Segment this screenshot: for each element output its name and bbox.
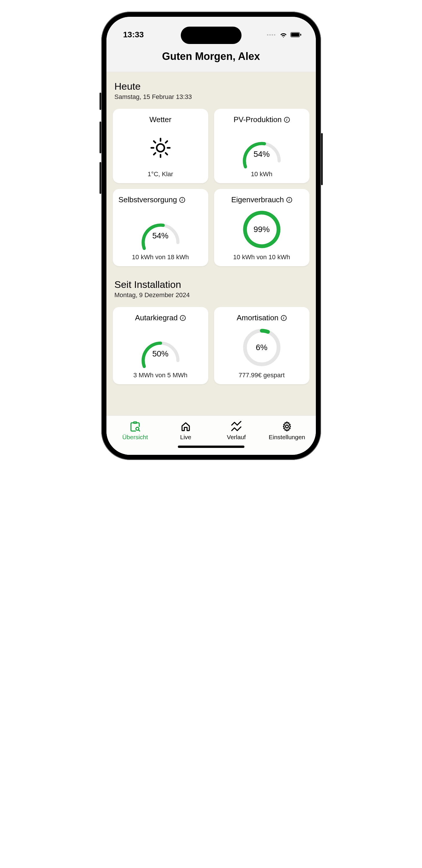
card-title: Amortisation: [237, 313, 279, 322]
svg-point-3: [157, 144, 164, 152]
since-grid: Autarkiegrad i 50%: [113, 307, 310, 384]
card-self-consumption[interactable]: Eigenverbrauch i 99%: [214, 189, 310, 266]
dynamic-island: [181, 27, 241, 44]
tab-bar: Übersicht Live Verlauf Ei: [106, 415, 316, 455]
card-foot: 777.99€ gespart: [239, 372, 285, 379]
section-today: Heute Samstag, 15 Februar 13:33 Wetter: [113, 81, 310, 266]
card-autarky[interactable]: Autarkiegrad i 50%: [113, 307, 208, 384]
svg-point-16: [286, 425, 288, 428]
stacked-line-icon: [231, 421, 242, 432]
card-foot: 10 kWh von 10 kWh: [233, 253, 290, 261]
card-head: Selbstversorgung i: [116, 195, 205, 204]
gauge-label: 6%: [240, 343, 284, 352]
side-button-vol-down: [99, 162, 101, 194]
card-title: PV-Produktion: [233, 115, 282, 124]
card-head: Autarkiegrad i: [116, 313, 205, 322]
side-button-silence: [99, 93, 101, 110]
side-button-vol-up: [99, 122, 101, 153]
tab-label: Live: [180, 434, 192, 441]
tab-label: Übersicht: [122, 434, 148, 441]
card-head: Amortisation i: [218, 313, 306, 322]
svg-rect-1: [291, 33, 299, 37]
card-title: Eigenverbrauch: [231, 195, 284, 204]
gauge-label: 54%: [240, 150, 284, 159]
home-icon: [180, 421, 191, 432]
sun-icon: [149, 136, 172, 159]
tab-label: Verlauf: [227, 434, 246, 441]
gauge-label: 54%: [139, 231, 182, 241]
home-indicator[interactable]: [178, 445, 245, 448]
card-head: Eigenverbrauch i: [218, 195, 306, 204]
tab-live[interactable]: Live: [161, 421, 211, 441]
card-foot: 1°C, Klar: [148, 170, 173, 178]
gauge-pv: 54%: [240, 133, 284, 162]
phone-frame: 13:33 Guten Morgen, Alex Heute: [101, 11, 321, 460]
today-grid: Wetter: [113, 109, 310, 266]
gauge-label: 99%: [240, 225, 284, 234]
info-icon[interactable]: i: [180, 315, 186, 321]
gauge-self-consume: 99%: [240, 208, 284, 251]
header: Guten Morgen, Alex: [106, 46, 316, 72]
wifi-icon: [280, 31, 288, 39]
card-body: 50%: [139, 326, 182, 369]
info-icon[interactable]: i: [179, 197, 185, 203]
tab-overview[interactable]: Übersicht: [110, 421, 161, 441]
card-self-supply[interactable]: Selbstversorgung i 54%: [113, 189, 208, 266]
card-weather[interactable]: Wetter: [113, 109, 208, 183]
gauge-label: 50%: [139, 349, 182, 359]
info-icon[interactable]: i: [286, 197, 292, 203]
card-title: Wetter: [149, 115, 171, 124]
svg-line-15: [138, 430, 140, 431]
svg-line-9: [165, 153, 167, 155]
phone-screen: 13:33 Guten Morgen, Alex Heute: [106, 17, 316, 455]
card-body: 54%: [139, 208, 182, 251]
cellular-icon: [267, 34, 275, 36]
gauge-self-supply: 54%: [139, 215, 182, 244]
gauge-amort: 6%: [240, 326, 284, 369]
section-title-since: Seit Installation: [113, 279, 310, 290]
card-body: 6%: [240, 326, 284, 369]
card-body: 54%: [240, 128, 284, 168]
gear-icon: [282, 421, 292, 432]
card-pv-production[interactable]: PV-Produktion i 54%: [214, 109, 310, 183]
card-body: 99%: [240, 208, 284, 251]
card-head: PV-Produktion i: [218, 115, 306, 124]
status-right: [267, 31, 301, 39]
card-body: [149, 128, 172, 168]
section-subtitle-today: Samstag, 15 Februar 13:33: [113, 93, 310, 101]
battery-icon: [290, 32, 301, 37]
svg-rect-2: [300, 34, 301, 36]
svg-line-11: [165, 141, 167, 143]
tab-label: Einstellungen: [269, 434, 305, 441]
card-title: Autarkiegrad: [135, 313, 177, 322]
side-button-power: [321, 133, 323, 185]
section-subtitle-since: Montag, 9 Dezember 2024: [113, 291, 310, 299]
greeting: Guten Morgen, Alex: [106, 50, 316, 62]
status-time: 13:33: [123, 30, 144, 39]
info-icon[interactable]: i: [284, 117, 290, 123]
card-amortisation[interactable]: Amortisation i 6%: [214, 307, 310, 384]
tab-settings[interactable]: Einstellungen: [262, 421, 313, 441]
section-since-install: Seit Installation Montag, 9 Dezember 202…: [113, 279, 310, 384]
section-title-today: Heute: [113, 81, 310, 92]
svg-line-10: [154, 153, 155, 155]
svg-line-8: [154, 141, 155, 143]
info-icon[interactable]: i: [281, 315, 287, 321]
clipboard-search-icon: [130, 421, 140, 432]
tab-history[interactable]: Verlauf: [211, 421, 262, 441]
card-head: Wetter: [116, 115, 205, 124]
content[interactable]: Heute Samstag, 15 Februar 13:33 Wetter: [106, 72, 316, 415]
card-title: Selbstversorgung: [119, 195, 177, 204]
gauge-autarky: 50%: [139, 333, 182, 362]
